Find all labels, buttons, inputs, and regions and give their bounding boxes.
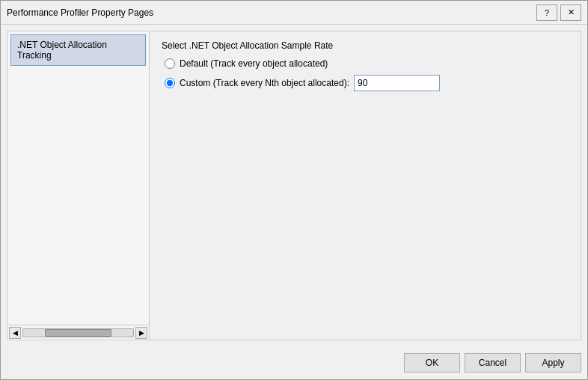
main-window: Performance Profiler Property Pages ? ✕ … [0,0,588,380]
sidebar-scroll-area: .NET Object Allocation Tracking [7,31,149,325]
ok-button[interactable]: OK [404,353,460,373]
sidebar-scrollbar[interactable] [22,328,134,337]
radio-item-custom: Custom (Track every Nth object allocated… [165,75,569,91]
radio-custom-label[interactable]: Custom (Track every Nth object allocated… [180,78,349,88]
apply-button[interactable]: Apply [525,353,581,373]
scroll-right-arrow[interactable]: ▶ [135,327,147,339]
right-panel: Select .NET Object Allocation Sample Rat… [150,31,581,340]
custom-value-input[interactable] [354,75,440,91]
sidebar: .NET Object Allocation Tracking ◀ ▶ [7,31,150,340]
main-panel: .NET Object Allocation Tracking ◀ ▶ Sele [7,31,581,340]
section-label: Select .NET Object Allocation Sample Rat… [162,40,569,51]
scroll-left-arrow[interactable]: ◀ [9,327,21,339]
title-bar: Performance Profiler Property Pages ? ✕ [1,1,587,25]
bottom-bar: OK Cancel Apply [1,346,587,379]
title-bar-controls: ? ✕ [536,4,581,21]
cancel-button[interactable]: Cancel [465,353,521,373]
close-button[interactable]: ✕ [560,4,581,21]
content-area: .NET Object Allocation Tracking ◀ ▶ Sele [1,25,587,346]
help-button[interactable]: ? [536,4,557,21]
radio-custom-input[interactable] [165,78,175,88]
radio-default-input[interactable] [165,58,175,69]
sidebar-item-dotnet-allocation[interactable]: .NET Object Allocation Tracking [10,34,146,66]
sidebar-footer: ◀ ▶ [7,325,149,340]
scrollbar-thumb [45,329,111,337]
radio-item-default: Default (Track every object allocated) [165,58,569,69]
radio-group: Default (Track every object allocated) C… [165,58,569,91]
window-title: Performance Profiler Property Pages [7,7,153,18]
radio-default-label[interactable]: Default (Track every object allocated) [180,58,328,69]
